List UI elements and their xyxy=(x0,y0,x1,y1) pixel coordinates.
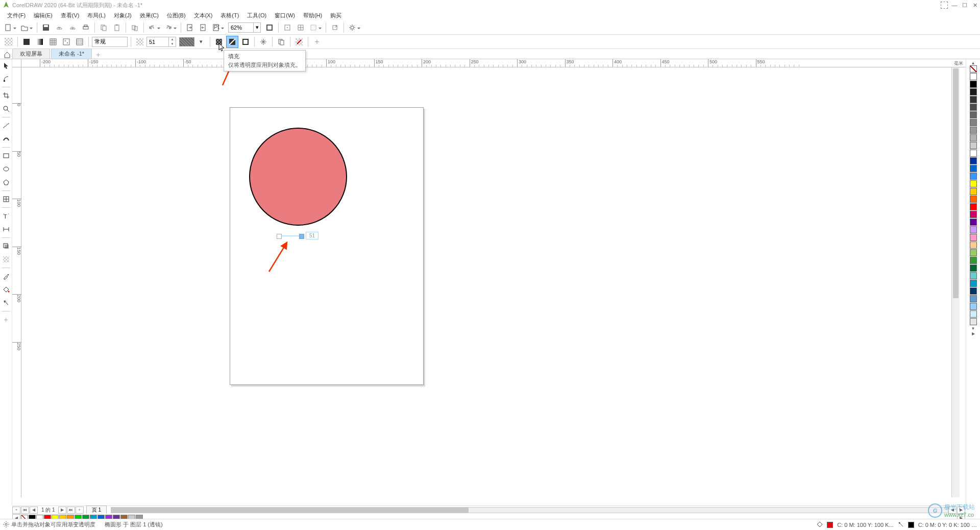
pdf-button[interactable]: PDF xyxy=(210,21,226,34)
menu-t[interactable]: 表格(T) xyxy=(216,11,243,20)
palette-swatch[interactable] xyxy=(970,81,977,88)
page-add2-icon[interactable]: + xyxy=(76,507,84,514)
palette-swatch[interactable] xyxy=(970,203,977,210)
palette-up-icon[interactable]: ▲ xyxy=(970,60,977,65)
save-button[interactable] xyxy=(40,21,52,34)
palette-swatch[interactable] xyxy=(970,119,977,126)
texture-transparency-button[interactable] xyxy=(74,36,86,48)
palette-swatch[interactable] xyxy=(970,226,977,233)
artistic-media-tool[interactable] xyxy=(1,134,11,144)
launch-button[interactable] xyxy=(329,21,341,34)
palette-swatch[interactable] xyxy=(970,280,977,287)
ellipse-object[interactable] xyxy=(249,128,347,226)
merge-mode-combo[interactable]: 常规 xyxy=(92,37,128,47)
palette-swatch[interactable] xyxy=(970,96,977,103)
copy-button[interactable] xyxy=(97,21,110,34)
window-minimize-icon[interactable]: — xyxy=(949,1,960,10)
tab-welcome[interactable]: 欢迎屏幕 xyxy=(12,49,50,59)
page-next-icon[interactable]: ▶ xyxy=(58,507,66,514)
menu-f[interactable]: 文件(F) xyxy=(3,11,30,20)
palette-swatch[interactable] xyxy=(970,303,977,310)
add-preset-button[interactable]: + xyxy=(311,36,323,48)
gear-icon[interactable] xyxy=(3,521,9,528)
window-restore-doc-icon[interactable] xyxy=(939,1,949,10)
text-tool[interactable]: T xyxy=(1,211,11,221)
palette-swatch[interactable] xyxy=(970,310,977,318)
drop-shadow-tool[interactable] xyxy=(1,241,11,251)
clone-button[interactable] xyxy=(129,21,141,34)
menu-w[interactable]: 窗口(W) xyxy=(271,11,299,20)
palette-swatch[interactable] xyxy=(970,88,977,95)
menu-b[interactable]: 位图(B) xyxy=(163,11,190,20)
print-button[interactable] xyxy=(80,21,92,34)
vertical-scrollbar[interactable] xyxy=(951,67,960,497)
palette-swatch[interactable] xyxy=(970,150,977,157)
undo-button[interactable] xyxy=(146,21,162,34)
new-button[interactable] xyxy=(3,21,18,34)
crop-tool[interactable] xyxy=(1,90,11,101)
palette-swatch[interactable] xyxy=(970,234,977,241)
palette-swatch[interactable] xyxy=(970,211,977,218)
outline-tool[interactable] xyxy=(1,298,11,308)
palette-down-icon[interactable]: ▼ xyxy=(970,326,977,331)
zoom-tool[interactable] xyxy=(1,104,11,114)
fill-color-swatch[interactable] xyxy=(827,522,833,528)
palette-swatch[interactable] xyxy=(970,111,977,118)
canvas[interactable]: 51 xyxy=(21,67,951,497)
grid-button[interactable] xyxy=(295,21,307,34)
transparency-picker-icon[interactable] xyxy=(134,36,146,48)
copy-transparency-button[interactable] xyxy=(275,36,287,48)
polygon-tool[interactable] xyxy=(1,177,11,187)
palette-swatch[interactable] xyxy=(970,173,977,180)
snap-button[interactable] xyxy=(281,21,293,34)
import-button[interactable] xyxy=(184,21,196,34)
fill-indicator-icon[interactable] xyxy=(817,521,823,528)
ellipse-tool[interactable] xyxy=(1,164,11,174)
apply-fill-button[interactable] xyxy=(226,36,238,48)
cloud-up-button[interactable] xyxy=(53,21,65,34)
zoom-input[interactable] xyxy=(228,22,254,33)
open-button[interactable] xyxy=(19,21,34,34)
menu-c[interactable]: 效果(C) xyxy=(136,11,163,20)
add-tool[interactable]: + xyxy=(1,315,11,325)
fountain-transparency-button[interactable] xyxy=(34,36,46,48)
window-close-icon[interactable]: ✕ xyxy=(970,1,980,10)
fullscreen-button[interactable] xyxy=(263,21,276,34)
transparency-slider-value[interactable]: 51 xyxy=(306,232,318,239)
pick-tool[interactable] xyxy=(1,60,11,70)
horizontal-ruler[interactable]: -200-150-100-500501001502002503003504004… xyxy=(21,59,951,67)
palette-flyout-icon[interactable]: ▶ xyxy=(970,331,977,336)
pattern-transparency-button[interactable] xyxy=(47,36,59,48)
paste-button[interactable] xyxy=(111,21,123,34)
freeze-button[interactable] xyxy=(257,36,270,48)
home-icon[interactable] xyxy=(3,51,11,59)
palette-swatch[interactable] xyxy=(970,219,977,226)
page-add-icon[interactable]: + xyxy=(12,507,20,514)
transparency-tool[interactable] xyxy=(1,254,11,264)
no-transparency-button[interactable] xyxy=(3,36,15,48)
uniform-transparency-button[interactable] xyxy=(20,36,33,48)
guidelines-button[interactable] xyxy=(308,21,323,34)
palette-swatch[interactable] xyxy=(970,157,977,164)
menu-[interactable]: 购买 xyxy=(326,11,346,20)
outline-color-swatch[interactable] xyxy=(908,522,914,528)
palette-swatch[interactable] xyxy=(970,180,977,187)
export-button[interactable] xyxy=(197,21,209,34)
fill-tool[interactable] xyxy=(1,284,11,295)
redo-button[interactable] xyxy=(163,21,178,34)
palette-swatch[interactable] xyxy=(970,287,977,295)
cloud-down-button[interactable] xyxy=(66,21,79,34)
horizontal-scrollbar[interactable] xyxy=(111,507,948,513)
window-maximize-icon[interactable]: ☐ xyxy=(960,1,970,10)
palette-no-color[interactable] xyxy=(970,65,977,73)
outline-indicator-icon[interactable] xyxy=(898,521,904,528)
freehand-tool[interactable] xyxy=(1,121,11,131)
dimension-tool[interactable] xyxy=(1,224,11,234)
vertical-ruler[interactable]: 050100150200250 xyxy=(12,67,21,497)
palette-swatch[interactable] xyxy=(970,188,977,195)
tab-add[interactable]: + xyxy=(93,51,103,59)
palette-swatch[interactable] xyxy=(970,264,977,272)
palette-swatch[interactable] xyxy=(970,242,977,249)
transparency-spinner[interactable]: ▲▼ xyxy=(169,37,176,47)
menu-x[interactable]: 文本(X) xyxy=(190,11,217,20)
